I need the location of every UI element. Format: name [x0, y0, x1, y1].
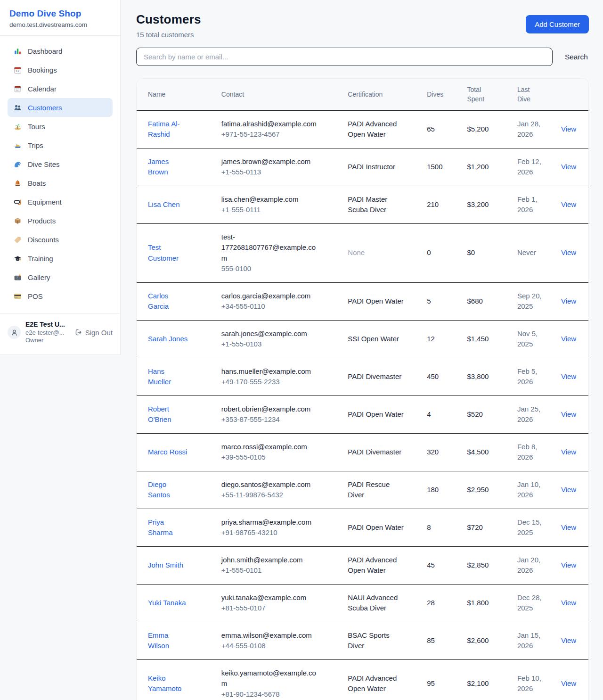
view-link[interactable]: View — [561, 486, 576, 494]
dive-sites-icon — [13, 160, 22, 168]
customer-dives: 450 — [427, 372, 439, 380]
customer-dives: 320 — [427, 448, 439, 456]
sidebar-item-discounts[interactable]: Discounts — [8, 230, 113, 249]
customer-last-dive: Feb 12, 2026 — [517, 156, 546, 178]
customer-phone: +44-555-0108 — [221, 641, 321, 651]
sidebar-item-label: Boats — [28, 179, 46, 187]
column-header: Contact — [216, 79, 342, 110]
view-link[interactable]: View — [561, 372, 576, 380]
view-link[interactable]: View — [561, 636, 576, 644]
sidebar-item-equipment[interactable]: Equipment — [8, 192, 113, 211]
customer-name-link[interactable]: Test Customer — [148, 242, 189, 264]
sidebar-item-bookings[interactable]: 17Bookings — [8, 60, 113, 79]
customer-last-dive: Feb 10, 2026 — [517, 673, 546, 694]
sidebar-item-dashboard[interactable]: Dashboard — [8, 41, 113, 60]
sidebar: Demo Dive Shop demo.test.divestreams.com… — [0, 0, 121, 355]
customer-email: emma.wilson@example.com — [221, 630, 321, 641]
customer-last-dive: Feb 8, 2026 — [517, 442, 546, 463]
sidebar-item-gallery[interactable]: Gallery — [8, 268, 113, 287]
customer-certification: PADI Advanced Open Water — [348, 119, 407, 140]
view-link[interactable]: View — [561, 448, 576, 456]
search-input[interactable] — [136, 48, 553, 66]
customer-name-link[interactable]: Keiko Yamamoto — [148, 673, 189, 694]
column-header — [555, 79, 588, 110]
search-bar: Search — [136, 48, 589, 66]
trips-icon — [13, 141, 22, 149]
customer-last-dive: Sep 20, 2025 — [517, 291, 546, 312]
view-link[interactable]: View — [561, 125, 576, 133]
customer-name-link[interactable]: Sarah Jones — [148, 334, 187, 345]
customer-name-link[interactable]: Emma Wilson — [148, 630, 189, 651]
sidebar-item-training[interactable]: Training — [8, 249, 113, 268]
customer-phone: +34-555-0110 — [221, 301, 321, 312]
customer-last-dive: Dec 15, 2025 — [517, 517, 546, 538]
customer-name-link[interactable]: Hans Mueller — [148, 366, 189, 387]
view-link[interactable]: View — [561, 679, 576, 687]
training-icon — [13, 254, 22, 263]
customer-name-link[interactable]: Priya Sharma — [148, 517, 189, 538]
view-link[interactable]: View — [561, 599, 576, 607]
column-header: Name — [137, 79, 216, 110]
view-link[interactable]: View — [561, 523, 576, 531]
customer-name-link[interactable]: Fatima Al-Rashid — [148, 119, 189, 140]
sidebar-item-calendar[interactable]: Calendar — [8, 79, 113, 98]
sidebar-item-customers[interactable]: Customers — [8, 98, 113, 117]
customer-total-spent: $1,450 — [467, 335, 489, 343]
customer-certification: PADI Rescue Diver — [348, 479, 407, 501]
customer-email: test-1772681807767@example.com — [221, 232, 321, 264]
customer-dives: 45 — [427, 561, 435, 569]
customers-icon — [13, 103, 22, 112]
add-customer-button[interactable]: Add Customer — [526, 15, 589, 33]
sidebar-item-products[interactable]: Products — [8, 211, 113, 230]
customer-email: lisa.chen@example.com — [221, 194, 321, 205]
customer-phone: +81-90-1234-5678 — [221, 689, 321, 700]
table-row: Test Customertest-1772681807767@example.… — [137, 223, 588, 282]
sidebar-item-trips[interactable]: Trips — [8, 136, 113, 155]
customer-email: fatima.alrashid@example.com — [221, 119, 321, 130]
customer-name-link[interactable]: Carlos Garcia — [148, 291, 189, 312]
sign-out-button[interactable]: Sign Out — [75, 329, 113, 337]
discounts-icon — [13, 235, 22, 244]
column-header: Last Dive — [512, 79, 555, 110]
customer-last-dive: Feb 1, 2026 — [517, 194, 546, 215]
customer-total-spent: $2,850 — [467, 561, 489, 569]
customer-phone: +971-55-123-4567 — [221, 129, 321, 140]
view-link[interactable]: View — [561, 410, 576, 418]
customer-name-link[interactable]: Robert O'Brien — [148, 404, 189, 425]
customer-name-link[interactable]: Yuki Tanaka — [148, 598, 186, 609]
customer-phone: +1-555-0113 — [221, 167, 321, 178]
main-content: Customers 15 total customers Add Custome… — [121, 0, 603, 700]
customer-name-link[interactable]: Lisa Chen — [148, 199, 180, 210]
customer-name-link[interactable]: John Smith — [148, 560, 183, 571]
customer-name-link[interactable]: Diego Santos — [148, 479, 189, 501]
customer-last-dive: Jan 20, 2026 — [517, 555, 546, 576]
view-link[interactable]: View — [561, 163, 576, 171]
customer-dives: 12 — [427, 335, 435, 343]
view-link[interactable]: View — [561, 297, 576, 305]
customer-certification: PADI Open Water — [348, 296, 403, 307]
customer-certification: PADI Divemaster — [348, 371, 401, 382]
shop-name: Demo Dive Shop — [9, 8, 111, 19]
sidebar-nav: Dashboard17BookingsCalendarCustomersTour… — [0, 36, 120, 310]
view-link[interactable]: View — [561, 561, 576, 569]
sidebar-item-label: Gallery — [28, 273, 50, 281]
page-header: Customers 15 total customers Add Custome… — [136, 12, 589, 39]
table-row: Yuki Tanakayuki.tanaka@example.com+81-55… — [137, 584, 588, 622]
sidebar-item-label: Dashboard — [28, 47, 62, 55]
table-row: Hans Muellerhans.mueller@example.com+49-… — [137, 358, 588, 395]
view-link[interactable]: View — [561, 335, 576, 343]
table-row: Emma Wilsonemma.wilson@example.com+44-55… — [137, 622, 588, 659]
customer-total-spent: $1,200 — [467, 163, 489, 171]
customer-name-link[interactable]: James Brown — [148, 156, 189, 178]
view-link[interactable]: View — [561, 200, 576, 208]
gallery-icon — [13, 273, 22, 281]
search-button[interactable]: Search — [564, 49, 589, 65]
customer-name-link[interactable]: Marco Rossi — [148, 447, 187, 458]
sidebar-item-boats[interactable]: Boats — [8, 173, 113, 192]
customer-dives: 180 — [427, 486, 439, 494]
view-link[interactable]: View — [561, 248, 576, 256]
sidebar-item-tours[interactable]: Tours — [8, 117, 113, 136]
customer-last-dive: Jan 28, 2026 — [517, 119, 546, 140]
sidebar-item-pos[interactable]: POS — [8, 287, 113, 305]
sidebar-item-dive-sites[interactable]: Dive Sites — [8, 155, 113, 173]
